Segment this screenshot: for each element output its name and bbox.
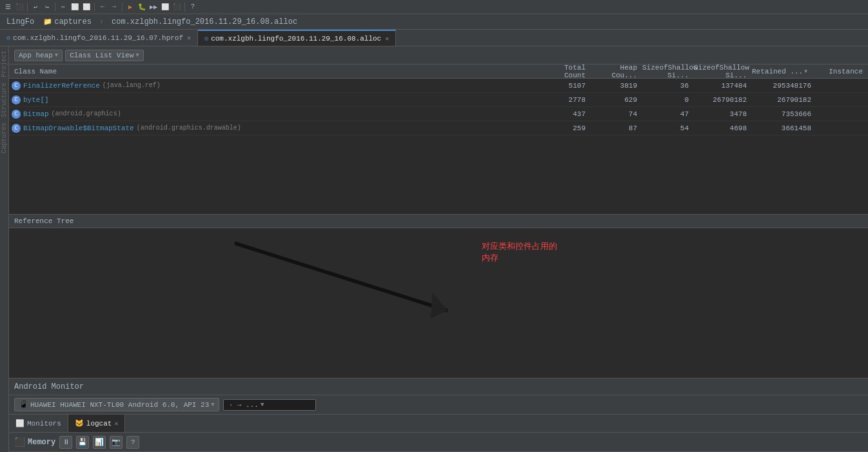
dump-button[interactable]: 💾: [76, 436, 89, 449]
class-table: Class Name Total Count Heap Cou... Sizeo…: [9, 64, 868, 214]
toolbar-separator: [27, 3, 28, 12]
coverage-icon[interactable]: ⬜: [160, 2, 170, 12]
cell-heap-0: 3819: [591, 82, 642, 90]
tab-alloc[interactable]: ⊙ com.xzlgbh.lingfo_2016.11.29_16.08.all…: [198, 30, 396, 46]
col-total-count[interactable]: Total Count: [539, 64, 591, 79]
class-main-name-2: Bitmap: [23, 110, 49, 118]
monitor-title: Android Monitor: [14, 382, 84, 391]
col-shallow[interactable]: SizeofShallow Si...: [694, 64, 752, 79]
help-chart-button[interactable]: ?: [126, 436, 139, 449]
tab-bar: ⊙ com.xzlgbh.lingfo_2016.11.29_16.07.hpr…: [0, 30, 868, 46]
heap-dropdown-arrow: ▼: [55, 52, 58, 59]
class-pkg-0: (java.lang.ref): [103, 82, 161, 89]
cut-icon[interactable]: ✂: [58, 2, 68, 12]
logcat-tab-label: logcat: [86, 420, 112, 427]
table-row[interactable]: C FinalizerReference (java.lang.ref) 510…: [9, 79, 868, 93]
app-heap-dropdown[interactable]: App heap ▼: [14, 50, 63, 61]
class-list-dropdown[interactable]: Class List View ▼: [65, 50, 143, 61]
heap-header: App heap ▼ Class List View ▼: [9, 46, 868, 64]
device-label: HUAWEI HUAWEI NXT-TL00 Android 6.0, API …: [30, 401, 209, 409]
toolbar-separator-5: [184, 3, 185, 12]
top-toolbar: ☰ ⬛ ↩ ↪ ✂ ⬜ ⬜ ← → ▶ 🐛 ▶▶ ⬜ ⬛ ?: [0, 0, 868, 14]
class-indicator-3: C: [12, 124, 21, 133]
alloc-tab-icon: ⊙: [204, 35, 208, 43]
reference-tree-header: Reference Tree: [9, 214, 868, 228]
cell-total-3: 259: [539, 124, 591, 132]
cell-size-1: 0: [642, 96, 694, 104]
forward-icon[interactable]: →: [109, 2, 119, 12]
logcat-tab-close[interactable]: ✕: [114, 420, 118, 427]
process-label: · → ...: [229, 401, 259, 409]
left-sidebar: Project Structure Captures: [0, 46, 9, 452]
cell-heap-3: 87: [591, 124, 642, 132]
menu-lingfo[interactable]: LingFo: [3, 16, 38, 28]
table-header: Class Name Total Count Heap Cou... Sizeo…: [9, 64, 868, 79]
col-class-name: Class Name: [9, 68, 539, 75]
camera-button[interactable]: 📷: [110, 436, 123, 449]
run-icon[interactable]: ▶▶: [148, 2, 159, 12]
hprof-tab-icon: ⊙: [6, 34, 10, 42]
tab-hprof[interactable]: ⊙ com.xzlgbh.lingfo_2016.11.29_16.07.hpr…: [0, 30, 198, 46]
cell-size-3: 54: [642, 124, 694, 132]
help-icon[interactable]: ?: [188, 2, 198, 12]
menu-bar: LingFo 📁 captures › com.xzlgbh.lingfo_20…: [0, 14, 868, 30]
cell-shallow-2: 3478: [694, 110, 752, 118]
cell-retained-3: 3661458: [752, 124, 816, 132]
content-area: App heap ▼ Class List View ▼ Class Name …: [9, 46, 868, 452]
process-dropdown-arrow: ▼: [261, 402, 264, 408]
class-indicator-0: C: [12, 81, 21, 90]
folder-icon: 📁: [43, 17, 52, 26]
menu-captures[interactable]: 📁 captures: [39, 16, 95, 28]
cell-retained-0: 295348176: [752, 82, 816, 90]
reference-tree-label: Reference Tree: [14, 217, 74, 225]
back-icon[interactable]: ←: [97, 2, 108, 12]
table-row[interactable]: C Bitmap (android.graphics) 437 74 47 34…: [9, 107, 868, 121]
pause-button[interactable]: ⏸: [59, 436, 72, 449]
table-row[interactable]: C BitmapDrawable$BitmapState (android.gr…: [9, 121, 868, 135]
graph-button[interactable]: 📊: [93, 436, 106, 449]
debug-icon[interactable]: 🐛: [137, 2, 147, 12]
menu-alloc-file[interactable]: com.xzlgbh.lingfo_2016.11.29_16.08.alloc: [108, 16, 301, 28]
device-dropdown-arrow: ▼: [211, 402, 214, 408]
monitors-tab-label: Monitors: [27, 420, 61, 427]
toolbar-separator-2: [55, 3, 55, 12]
class-indicator-2: C: [12, 110, 21, 119]
logcat-tab-icon: 🐱: [75, 419, 84, 427]
monitor-header: Android Monitor: [9, 378, 868, 395]
cell-retained-1: 26790182: [752, 96, 816, 104]
copy-icon[interactable]: ⬜: [70, 2, 80, 12]
hprof-tab-label: com.xzlgbh.lingfo_2016.11.29_16.07.hprof: [13, 34, 183, 42]
table-row[interactable]: C byte[] 2778 629 0 26790182 26790182: [9, 93, 868, 107]
class-main-name-1: byte[]: [23, 96, 49, 104]
col-instance[interactable]: Instance: [816, 68, 868, 75]
class-main-name-3: BitmapDrawable$BitmapState: [23, 124, 134, 132]
app-icon: ⬛: [14, 2, 25, 12]
undo-icon[interactable]: ↩: [30, 2, 41, 12]
class-list-label: Class List View: [70, 52, 133, 59]
app-heap-label: App heap: [19, 52, 53, 59]
cell-heap-2: 74: [591, 110, 642, 118]
annotation-line2: 内存: [482, 253, 557, 264]
build-icon[interactable]: ▶: [125, 2, 135, 12]
structure-label: Structure: [0, 80, 9, 120]
cell-total-2: 437: [539, 110, 591, 118]
project-label: Project: [0, 48, 9, 80]
cell-retained-2: 7353666: [752, 110, 816, 118]
class-main-name-0: FinalizerReference: [23, 82, 100, 90]
redo-icon[interactable]: ↪: [42, 2, 52, 12]
cell-size-2: 47: [642, 110, 694, 118]
cell-shallow-0: 137484: [694, 82, 752, 90]
col-retained[interactable]: Retained ... ▼: [752, 68, 816, 75]
col-sizeof[interactable]: SizeofShallow Si...: [642, 64, 694, 79]
monitor-tab-monitors[interactable]: ⬜ Monitors: [9, 415, 68, 432]
alloc-tab-close[interactable]: ✕: [385, 35, 389, 43]
paste-icon[interactable]: ⬜: [81, 2, 92, 12]
col-heap-count[interactable]: Heap Cou...: [591, 64, 642, 79]
device-selector[interactable]: 📱 HUAWEI HUAWEI NXT-TL00 Android 6.0, AP…: [14, 398, 219, 411]
toolbar-separator-3: [94, 3, 95, 12]
stop-icon[interactable]: ⬛: [172, 2, 182, 12]
monitor-tab-logcat[interactable]: 🐱 logcat ✕: [68, 415, 126, 432]
process-selector[interactable]: · → ... ▼: [223, 399, 317, 411]
main-area: Project Structure Captures App heap ▼ Cl…: [0, 46, 868, 452]
hprof-tab-close[interactable]: ✕: [187, 34, 191, 42]
